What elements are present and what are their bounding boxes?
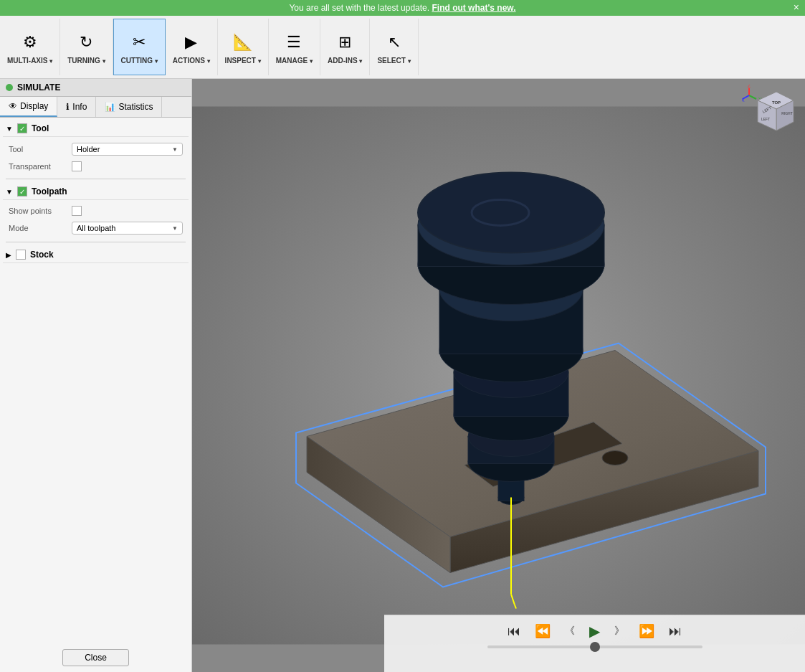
svg-text:TOP: TOP [772,100,781,105]
statistics-tab-label: Statistics [118,102,153,112]
tool-field-label: Tool [9,145,66,153]
panel-tabs: 👁 Display ℹ Info 📊 Statistics [0,97,191,118]
mode-field-row: Mode All toolpath ▼ [3,219,189,237]
toolbar-item-add-ins[interactable]: ⊞ADD-INS ▾ [320,19,370,75]
svg-text:LEFT: LEFT [761,117,770,121]
tab-info[interactable]: ℹ Info [57,97,96,117]
progress-slider-track[interactable] [487,645,702,648]
svg-point-21 [418,173,604,253]
toolbar-item-manage[interactable]: ☰MANAGE ▾ [269,19,320,75]
cutting-label: CUTTING ▾ [121,57,158,65]
cutting-icon: ✂ [126,29,152,55]
multi-axis-label: MULTI-AXIS ▾ [7,57,52,65]
manage-icon: ☰ [281,29,307,55]
3d-scene [192,79,805,672]
tool-separator [6,179,186,179]
close-button[interactable]: Close [62,649,129,666]
add-ins-icon: ⊞ [332,29,358,55]
tool-section-checkbox[interactable] [17,123,27,133]
progress-slider-row [487,645,702,648]
inspect-label: INSPECT ▾ [225,57,261,65]
statistics-tab-icon: 📊 [105,102,115,112]
display-tab-icon: 👁 [9,101,17,111]
tool-field-row: Tool Holder ▼ [3,140,189,158]
playback-controls: ⏮ ⏪ 《 ▶ 》 ⏩ ⏭ [503,621,686,641]
svg-point-6 [602,451,628,465]
panel-body: ▼ Tool Tool Holder ▼ Transparent ▼ [0,118,191,643]
toolbar-item-multi-axis[interactable]: ⚙MULTI-AXIS ▾ [0,19,60,75]
notif-text: You are all set with the latest update. [289,3,429,13]
transparent-row: Transparent [3,158,189,174]
play-button[interactable]: ▶ [585,621,604,641]
display-tab-label: Display [20,101,48,111]
skip-end-button[interactable]: ⏭ [665,623,686,640]
view-cube[interactable]: Z Y X TOP RIGHT LEFT LEFT [742,85,799,142]
show-points-row: Show points [3,203,189,219]
turning-icon: ↻ [73,29,99,55]
info-tab-icon: ℹ [66,102,70,112]
tool-dropdown[interactable]: Holder ▼ [72,143,183,156]
tool-dropdown-arrow: ▼ [172,146,178,153]
tab-display[interactable]: 👁 Display [0,97,57,117]
simulate-panel: SIMULATE 👁 Display ℹ Info 📊 Statistics ▼… [0,79,192,672]
panel-title: SIMULATE [17,82,60,93]
turning-label: TURNING ▾ [67,57,105,65]
progress-slider-thumb[interactable] [590,642,600,652]
info-tab-label: Info [72,102,87,112]
step-back-button[interactable]: ⏪ [530,622,555,640]
stock-section-arrow: ▶ [6,251,11,259]
step-forward-button[interactable]: ⏩ [634,622,659,640]
stock-section-checkbox[interactable] [16,250,26,260]
fast-forward-button[interactable]: 》 [610,623,629,639]
skip-start-button[interactable]: ⏮ [503,623,525,640]
fast-back-button[interactable]: 《 [561,623,579,639]
mode-field-label: Mode [9,224,66,232]
main-area: SIMULATE 👁 Display ℹ Info 📊 Statistics ▼… [0,79,805,672]
toolbar-item-actions[interactable]: ▶ACTIONS ▾ [166,19,218,75]
toolbar: ⚙MULTI-AXIS ▾↻TURNING ▾✂CUTTING ▾▶ACTION… [0,16,805,79]
tool-section-arrow: ▼ [6,125,13,133]
stock-section-header[interactable]: ▶ Stock [3,247,189,263]
mode-dropdown[interactable]: All toolpath ▼ [72,222,183,235]
inspect-icon: 📐 [230,29,256,55]
toolpath-separator [6,242,186,242]
notif-close-button[interactable]: × [794,2,799,12]
viewport[interactable]: Z Y X TOP RIGHT LEFT LEFT [192,79,805,672]
select-icon: ↖ [381,29,407,55]
select-label: SELECT ▾ [377,57,410,65]
panel-status-dot [6,84,13,91]
toolpath-section-header[interactable]: ▼ Toolpath [3,184,189,200]
multi-axis-icon: ⚙ [17,29,43,55]
playback-bar: ⏮ ⏪ 《 ▶ 》 ⏩ ⏭ [384,615,805,672]
mode-dropdown-value: All toolpath [77,224,115,232]
svg-text:X: X [742,98,745,103]
transparent-checkbox[interactable] [72,161,82,171]
toolbar-item-inspect[interactable]: 📐INSPECT ▾ [218,19,269,75]
svg-text:RIGHT: RIGHT [781,111,793,115]
transparent-label: Transparent [9,162,66,171]
toolpath-section-title: Toolpath [32,186,67,197]
mode-dropdown-arrow: ▼ [172,225,178,232]
show-points-label: Show points [9,207,66,215]
stock-section-title: Stock [30,250,54,260]
notif-link[interactable]: Find out what's new. [432,3,515,13]
tool-section-title: Tool [32,123,49,133]
tool-dropdown-value: Holder [77,145,100,153]
show-points-checkbox[interactable] [72,206,82,216]
svg-text:Z: Z [748,85,751,88]
svg-line-27 [749,95,756,99]
tool-section-header[interactable]: ▼ Tool [3,120,189,137]
manage-label: MANAGE ▾ [276,57,313,65]
toolpath-section-arrow: ▼ [6,188,13,196]
actions-label: ACTIONS ▾ [173,57,210,65]
toolbar-item-cutting[interactable]: ✂CUTTING ▾ [113,19,166,75]
toolbar-item-select[interactable]: ↖SELECT ▾ [370,19,418,75]
actions-icon: ▶ [178,29,204,55]
toolpath-section-checkbox[interactable] [17,186,27,197]
tab-statistics[interactable]: 📊 Statistics [96,97,162,117]
add-ins-label: ADD-INS ▾ [328,57,362,65]
toolbar-item-turning[interactable]: ↻TURNING ▾ [60,19,113,75]
notification-bar: You are all set with the latest update. … [0,0,805,16]
panel-header: SIMULATE [0,79,191,97]
